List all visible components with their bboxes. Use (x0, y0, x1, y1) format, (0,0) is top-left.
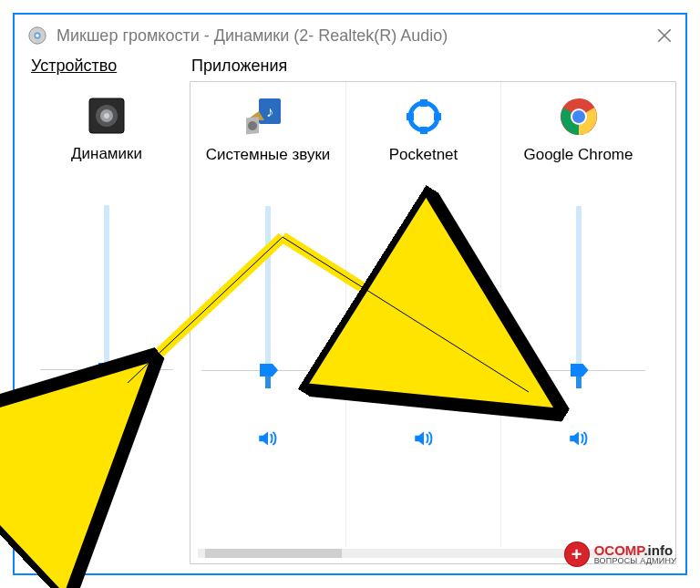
speaker-on-icon (254, 427, 282, 450)
slider-thumb[interactable] (260, 364, 278, 377)
svg-point-15 (410, 103, 438, 130)
app-mute-button[interactable] (410, 427, 438, 450)
app-mute-button[interactable] (565, 427, 592, 450)
app-icon-wrap[interactable] (404, 89, 444, 144)
app-label: Системные звуки (206, 146, 331, 164)
app-label: Pocketnet (389, 146, 458, 164)
speaker-on-icon (565, 427, 592, 450)
chrome-icon (558, 96, 600, 138)
device-channel: Динамики (29, 81, 184, 449)
apps-horizontal-scrollbar[interactable] (198, 549, 668, 558)
app-volume-slider[interactable] (421, 206, 427, 388)
svg-rect-19 (434, 113, 441, 120)
pocketnet-icon (404, 97, 444, 137)
scrollbar-thumb[interactable] (205, 549, 342, 558)
device-label: Динамики (71, 145, 142, 163)
app-volume-slider[interactable] (265, 206, 271, 388)
app-mute-button[interactable] (254, 427, 282, 450)
titlebar: Микшер громкости - Динамики (2- Realtek(… (15, 15, 685, 57)
applications-box: ♪ Системные звуки (190, 81, 676, 564)
close-button[interactable] (656, 27, 673, 44)
app-volume-slider[interactable] (576, 206, 582, 388)
device-icon-wrap[interactable] (86, 88, 128, 143)
device-section-header: Устройство (29, 57, 184, 76)
device-mute-button[interactable] (93, 426, 120, 449)
svg-point-14 (248, 121, 257, 130)
app-icon-wrap[interactable]: ♪ (242, 89, 293, 144)
volume-mixer-window: Микшер громкости - Динамики (2- Realtek(… (13, 13, 687, 575)
svg-point-10 (104, 113, 109, 119)
app-channel-chrome: Google Chrome (500, 82, 655, 547)
window-title: Микшер громкости - Динамики (2- Realtek(… (57, 26, 448, 46)
svg-point-3 (36, 34, 39, 37)
close-icon (656, 27, 673, 44)
svg-text:♪: ♪ (266, 104, 273, 119)
applications-section-header: Приложения (190, 57, 676, 76)
speaker-on-icon (410, 427, 438, 450)
slider-thumb[interactable] (571, 364, 589, 377)
slider-thumb[interactable] (98, 363, 117, 376)
speaker-on-icon (93, 426, 120, 449)
device-volume-slider[interactable] (104, 205, 109, 387)
app-label: Google Chrome (523, 146, 633, 164)
speaker-device-icon (86, 95, 128, 137)
svg-rect-18 (407, 113, 414, 120)
app-icon-wrap[interactable] (558, 89, 600, 144)
device-section: Устройство Динамики (29, 57, 184, 564)
applications-section: Приложения ♪ Системные звуки (190, 57, 676, 564)
slider-thumb[interactable] (416, 364, 434, 377)
svg-rect-17 (420, 127, 427, 134)
svg-point-22 (572, 110, 585, 123)
svg-rect-16 (420, 99, 427, 107)
app-channel-system-sounds: ♪ Системные звуки (190, 82, 345, 547)
app-icon (27, 26, 47, 46)
app-channel-pocketnet: Pocketnet (345, 82, 500, 547)
system-sounds-icon: ♪ (242, 95, 293, 139)
